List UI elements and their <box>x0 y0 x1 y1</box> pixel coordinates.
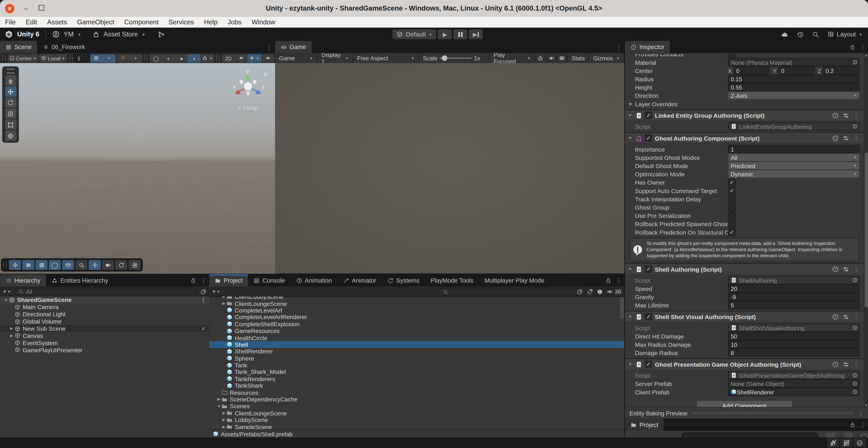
stats-grid-button[interactable] <box>557 53 568 63</box>
hierarchy-item-EventSystem[interactable]: EventSystem <box>0 339 209 346</box>
subscene-checkbox[interactable]: ✓ <box>201 325 206 332</box>
tab-multiplayer-play-mode[interactable]: Multiplayer Play Mode <box>479 274 550 286</box>
fold-arrow-icon[interactable]: ▼ <box>628 362 633 366</box>
object-picker-icon[interactable]: ⊙ <box>852 324 858 331</box>
checkbox-Provides Contacts[interactable] <box>728 54 736 58</box>
object-picker-icon[interactable]: ⊙ <box>852 380 858 387</box>
debug-draw-button[interactable]: ▼ <box>201 54 214 62</box>
cycle-overlay-button[interactable] <box>115 260 127 270</box>
camera-view-toggle[interactable]: ◗ <box>188 54 200 62</box>
fold-arrow-icon[interactable]: ▼ <box>628 315 633 318</box>
kebab-menu-icon[interactable]: ⋮ <box>853 360 859 368</box>
lock-icon[interactable] <box>605 277 612 284</box>
field-Center-x[interactable]: 0 <box>734 66 770 74</box>
tab-game[interactable]: Game <box>275 41 311 53</box>
shading-wireframe-button[interactable]: ◯ <box>150 54 162 62</box>
mini-circle-button[interactable] <box>861 434 867 438</box>
scale-slider[interactable] <box>440 58 472 59</box>
project-item-ClientLoungeScene[interactable]: ▶ClientLoungeScene <box>209 300 624 307</box>
menu-edit[interactable]: Edit <box>21 18 42 26</box>
cloud-icon[interactable] <box>781 31 788 38</box>
project-item-Shell[interactable]: Shell <box>209 341 624 348</box>
scale-tool[interactable] <box>5 108 16 119</box>
scene-viewport[interactable]: ​ x y z < Persp <box>0 63 275 274</box>
tab-playmode-tools[interactable]: PlayMode Tools <box>425 274 479 286</box>
menu-gameobject[interactable]: GameObject <box>72 18 119 26</box>
kebab-menu-icon[interactable]: ⋮ <box>853 313 859 320</box>
effects-toggle[interactable]: ▼ <box>248 54 261 62</box>
field-Height[interactable]: 0.55 <box>728 83 860 91</box>
kebab-menu-icon[interactable]: ⋮ <box>266 43 272 50</box>
move-overlay-button[interactable] <box>9 260 21 270</box>
account-dropdown[interactable]: YM <box>64 31 73 38</box>
object-field-Client Prefab[interactable]: ShellRenderer⊙ <box>728 388 860 396</box>
fold-arrow-icon[interactable]: ▶ <box>221 418 226 422</box>
field-Damage Radius[interactable]: 8 <box>728 348 860 357</box>
checkbox-Rollback Predicted Spawned Ghost Sta[interactable] <box>728 220 736 228</box>
menu-services[interactable]: Services <box>164 18 199 26</box>
perspective-label[interactable]: < Persp <box>229 105 268 111</box>
camera-overlay-button[interactable] <box>102 260 114 270</box>
object-picker-icon[interactable]: ⊙ <box>852 388 858 395</box>
grid-visibility-caret[interactable]: ▼ <box>103 54 116 62</box>
tab-hierarchy[interactable]: Hierarchy <box>0 274 46 286</box>
project-item-TankShark[interactable]: TankShark <box>209 382 624 389</box>
kebab-menu-icon[interactable]: ⋮ <box>853 112 859 119</box>
tab-firework[interactable]: 06_Firework <box>37 41 91 53</box>
transform-tool[interactable] <box>5 130 16 141</box>
gizmos-dropdown[interactable]: Gizmos▼ <box>589 53 624 63</box>
object-field-Script[interactable]: #ShellShotVisualAuthoring⊙ <box>728 323 860 332</box>
checkbox-Use Pre Serialization[interactable] <box>728 211 736 219</box>
open-window-icon[interactable] <box>200 288 207 295</box>
project-item-GameResources[interactable]: GameResources <box>209 327 624 334</box>
menu-file[interactable]: File <box>0 18 21 26</box>
fold-arrow-icon[interactable]: ▶ <box>9 334 14 338</box>
project-item-Tank_Shark_Model[interactable]: Tank_Shark_Model <box>209 369 624 375</box>
project-item-Scenes[interactable]: ▼Scenes <box>209 403 624 410</box>
tab-project[interactable]: Project <box>209 274 248 286</box>
checkbox-Rollback Prediction On Structural Char[interactable]: ✓ <box>728 228 736 236</box>
drag-handle[interactable] <box>144 55 148 61</box>
menu-jobs[interactable]: Jobs <box>223 18 247 26</box>
play-focused-dropdown[interactable]: Play Focused▼ <box>490 53 535 63</box>
project-item-Resources[interactable]: Resources <box>209 389 624 396</box>
component-enabled-checkbox[interactable]: ✓ <box>645 313 652 320</box>
display-dropdown[interactable]: Display 1▼ <box>317 53 353 63</box>
menu-help[interactable]: Help <box>199 18 223 26</box>
mini-button[interactable] <box>844 433 853 438</box>
object-field-Material[interactable]: None (Physics Material)⊙ <box>728 58 860 66</box>
history-icon[interactable] <box>797 31 804 38</box>
hidden-packages-icon[interactable] <box>597 288 603 295</box>
drag-handle[interactable] <box>6 69 14 74</box>
object-field-Script[interactable]: #GhostPresentationGameObjectAuthoring⊙ <box>728 371 860 379</box>
drag-handle[interactable] <box>69 55 72 61</box>
dropdown-Supported Ghost Modes[interactable]: All▼ <box>728 153 860 162</box>
debug-button[interactable] <box>535 53 546 63</box>
visible-count[interactable]: 38 <box>607 288 621 295</box>
audio-mute-toggle[interactable] <box>235 54 248 62</box>
component-header-Ghost Authoring Component (Script)[interactable]: ▼✓Ghost Authoring Component (Script)?⋮ <box>625 132 864 144</box>
layout-dropdown[interactable]: Layout ▼ <box>828 31 862 37</box>
component-enabled-checkbox[interactable]: ✓ <box>645 360 652 368</box>
snap-button[interactable] <box>117 54 129 62</box>
lighting-overlay-button[interactable]: ◯ <box>49 260 61 270</box>
checkbox-Support Auto Command Target[interactable]: ✓ <box>728 187 736 195</box>
snap-caret[interactable]: ▼ <box>129 54 142 62</box>
fold-arrow-icon[interactable]: ▼ <box>628 267 633 271</box>
drag-handle[interactable] <box>2 55 5 61</box>
add-object-button[interactable]: +▼ <box>3 287 11 295</box>
grid-size-field[interactable]: 1 <box>74 54 89 62</box>
add-asset-button[interactable]: +▼ <box>212 287 220 295</box>
kebab-menu-icon[interactable]: ⋮ <box>853 134 859 142</box>
fold-arrow-icon[interactable]: ▼ <box>628 136 633 140</box>
hierarchy-item-SharedGameScene[interactable]: ▼SharedGameScene⋮ <box>0 297 209 304</box>
component-header-Ghost Presentation Game Object Authoring (Script)[interactable]: ▼#✓Ghost Presentation Game Object Author… <box>625 358 864 370</box>
project-item-TankRenderers[interactable]: TankRenderers <box>209 375 624 382</box>
step-button[interactable]: ▶ <box>469 29 483 39</box>
menu-window[interactable]: Window <box>247 18 280 26</box>
project-item-SampleScene[interactable]: ▶SampleScene <box>209 423 624 429</box>
hierarchy-item-Directional Light[interactable]: Directional Light <box>0 311 209 318</box>
project-item-SceneDependencyCache[interactable]: ▶SceneDependencyCache <box>209 396 624 403</box>
fold-arrow-icon[interactable]: ▼ <box>3 298 9 302</box>
play-button[interactable]: ▶ <box>438 29 452 39</box>
